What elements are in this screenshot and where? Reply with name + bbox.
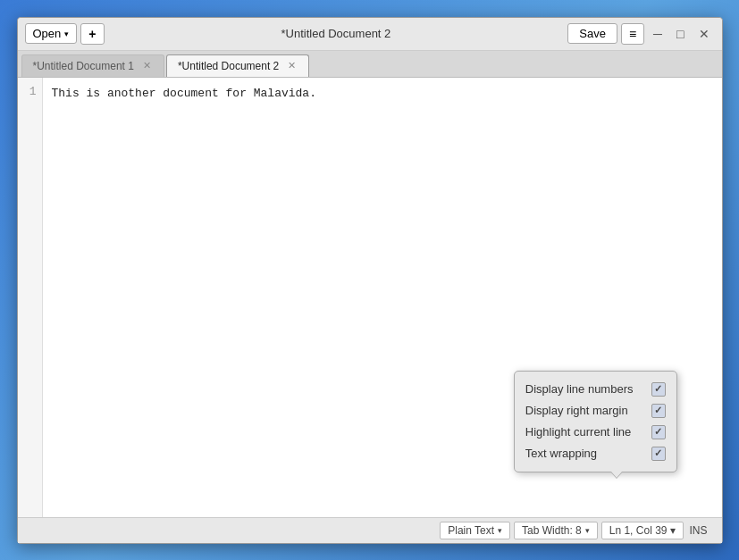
popup-row-highlight-line: Highlight current line ✓ <box>525 422 666 443</box>
display-right-margin-checkbox[interactable]: ✓ <box>651 404 666 418</box>
plain-text-selector[interactable]: Plain Text ▾ <box>440 522 510 539</box>
tab-width-selector[interactable]: Tab Width: 8 ▾ <box>514 522 598 539</box>
statusbar: Plain Text ▾ Tab Width: 8 ▾ Ln 1, Col 39… <box>18 517 722 543</box>
close-button[interactable]: ✕ <box>693 25 715 43</box>
check-icon-3: ✓ <box>654 426 662 438</box>
tabs-bar: *Untitled Document 1 ✕ *Untitled Documen… <box>18 51 722 78</box>
save-button[interactable]: Save <box>567 23 617 44</box>
popup-row-text-wrapping: Text wrapping ✓ <box>525 443 666 464</box>
highlight-current-line-checkbox[interactable]: ✓ <box>651 425 666 439</box>
new-button[interactable]: + <box>80 23 104 45</box>
tab-1[interactable]: *Untitled Document 1 ✕ <box>21 54 164 77</box>
display-line-numbers-checkbox[interactable]: ✓ <box>651 382 666 397</box>
open-arrow: ▾ <box>64 29 69 38</box>
new-icon: + <box>88 27 96 41</box>
cursor-position[interactable]: Ln 1, Col 39 ▾ <box>601 522 684 539</box>
view-options-popup: Display line numbers ✓ Display right mar… <box>514 371 677 472</box>
text-wrapping-checkbox[interactable]: ✓ <box>651 447 666 461</box>
open-button[interactable]: Open ▾ <box>25 23 78 44</box>
popup-row-right-margin: Display right margin ✓ <box>525 400 666 422</box>
ins-label: INS <box>684 522 712 539</box>
tab-2[interactable]: *Untitled Document 2 ✕ <box>166 54 309 77</box>
titlebar: Open ▾ + *Untitled Document 2 Save ≡ ─ □… <box>18 18 722 51</box>
tab-1-close[interactable]: ✕ <box>141 60 153 71</box>
display-right-margin-label: Display right margin <box>525 404 628 417</box>
check-icon-4: ✓ <box>654 447 662 459</box>
open-label: Open <box>33 27 62 40</box>
highlight-current-line-label: Highlight current line <box>525 425 632 439</box>
plain-text-arrow: ▾ <box>498 526 502 535</box>
display-line-numbers-label: Display line numbers <box>525 382 634 396</box>
menu-icon: ≡ <box>629 27 636 41</box>
main-window: Open ▾ + *Untitled Document 2 Save ≡ ─ □… <box>17 17 723 544</box>
text-wrapping-label: Text wrapping <box>525 447 597 460</box>
popup-row-line-numbers: Display line numbers ✓ <box>525 379 666 400</box>
position-label: Ln 1, Col 39 <box>609 524 668 537</box>
check-icon-2: ✓ <box>654 405 662 416</box>
tab-2-close[interactable]: ✕ <box>286 60 298 71</box>
maximize-button[interactable]: □ <box>671 25 689 43</box>
minimize-button[interactable]: ─ <box>648 25 668 43</box>
line-numbers: 1 <box>18 78 43 517</box>
tab-1-label: *Untitled Document 1 <box>33 60 134 72</box>
tab-2-label: *Untitled Document 2 <box>178 60 279 72</box>
titlebar-right: Save ≡ ─ □ ✕ <box>567 23 714 45</box>
position-arrow: ▾ <box>670 524 676 537</box>
line-number-1: 1 <box>23 85 37 98</box>
check-icon: ✓ <box>654 383 662 395</box>
window-title: *Untitled Document 2 <box>110 27 563 40</box>
editor-area: 1 This is another document for Malavida.… <box>18 78 722 517</box>
plain-text-label: Plain Text <box>448 524 494 537</box>
tab-width-label: Tab Width: 8 <box>522 524 582 537</box>
titlebar-left: Open ▾ + <box>25 23 105 45</box>
menu-button[interactable]: ≡ <box>621 23 644 45</box>
tab-width-arrow: ▾ <box>585 526 590 535</box>
